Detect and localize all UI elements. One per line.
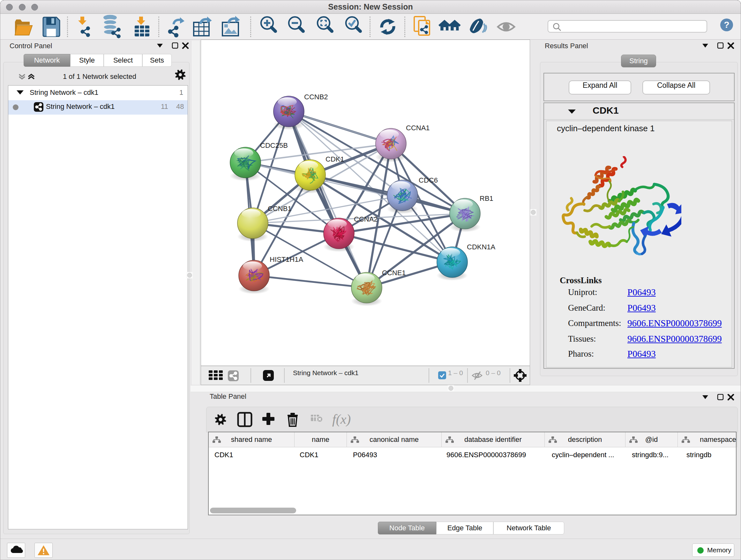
svg-text:?: ? — [724, 20, 729, 30]
svg-text:CCNE1: CCNE1 — [382, 269, 406, 277]
svg-text:CCNB1: CCNB1 — [268, 205, 292, 212]
svg-text:CDK1: CDK1 — [326, 155, 344, 163]
svg-text:CCNA2: CCNA2 — [354, 215, 378, 223]
svg-text:RB1: RB1 — [480, 194, 493, 202]
svg-text:CDC6: CDC6 — [419, 176, 438, 184]
svg-text:HIST1H1A: HIST1H1A — [270, 255, 303, 263]
svg-text:CDC25B: CDC25B — [260, 141, 288, 149]
svg-text:f(x): f(x) — [332, 412, 351, 427]
svg-text:CDKN1A: CDKN1A — [467, 243, 495, 251]
svg-text:CCNB2: CCNB2 — [304, 93, 328, 101]
svg-text:CCNA1: CCNA1 — [406, 124, 430, 132]
